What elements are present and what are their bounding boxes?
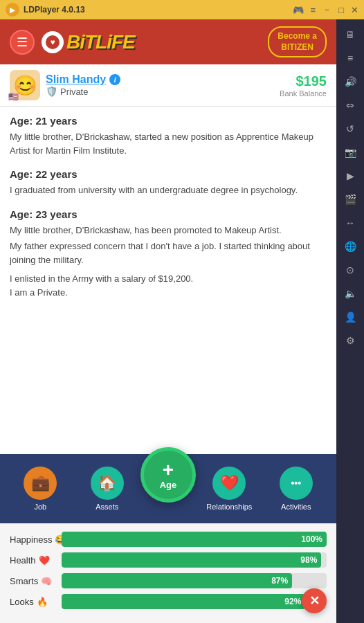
maximize-icon[interactable]: □ [338, 5, 344, 15]
right-sidebar: 🖥 ≡ 🔊 ⇔ ↺ 📷 ▶ 🎬 ↔ 🌐 ⊙ 🔈 👤 ⚙ [336, 19, 364, 623]
sidebar-icon-speaker[interactable]: 🔊 [340, 72, 360, 91]
age-label: Age [160, 480, 177, 490]
window-controls: 🎮 ≡ － □ ✕ [293, 3, 358, 16]
sidebar-icon-globe[interactable]: 🌐 [340, 237, 360, 256]
sidebar-icon-camera[interactable]: 📷 [340, 143, 360, 162]
sidebar-icon-user[interactable]: 👤 [340, 307, 360, 327]
job-icon-circle: 💼 [24, 467, 57, 500]
stat-looks: Looks 🔥 92% [10, 594, 327, 609]
story-text-2: I graduated from university with an unde… [10, 183, 327, 197]
sidebar-icon-arrows[interactable]: ↔ [340, 213, 360, 233]
gamepad-icon[interactable]: 🎮 [293, 5, 304, 15]
bitizen-line2: BITIZEN [277, 42, 317, 53]
profile-name-text: Slim Handy [46, 73, 106, 86]
story-text-3c: I enlisted in the Army with a salary of … [10, 272, 327, 286]
smarts-bar-fill: 87% [62, 573, 292, 588]
profile-bar: 😊 🇺🇸 Slim Handy i 🛡️ Private $195 Bank B… [0, 64, 336, 107]
story-age-2: Age: 22 years [10, 168, 327, 180]
story-text-3d: I am a Private. [10, 286, 327, 300]
assets-icon: 🏠 [98, 474, 116, 492]
activities-icon-circle: ••• [280, 467, 313, 500]
smarts-label: Smarts 🧠 [10, 576, 62, 586]
health-bar-fill: 98% [62, 552, 321, 568]
health-text: Health [10, 555, 36, 566]
story-text-3b: My father expressed concern that I don't… [10, 240, 327, 267]
nav-relationships[interactable]: ❤️ Relationships [196, 467, 263, 511]
happiness-bar-bg: 100% [62, 532, 327, 547]
story-text-3a: My little brother, D'Brickashaw, has bee… [10, 224, 327, 237]
bitizen-button[interactable]: Become a BITIZEN [268, 26, 327, 57]
story-age-3: Age: 23 years [10, 208, 327, 220]
profile-balance: $195 Bank Balance [280, 73, 327, 98]
happiness-label: Happiness 😂 [10, 534, 62, 545]
story-age-1: Age: 21 years [10, 115, 327, 127]
sidebar-icon-expand[interactable]: ⇔ [340, 96, 360, 115]
story-entry-2: Age: 22 years I graduated from universit… [10, 168, 327, 197]
hamburger-icon: ☰ [17, 35, 28, 50]
profile-left: 😊 🇺🇸 Slim Handy i 🛡️ Private [10, 70, 120, 100]
rank-shield-icon: 🛡️ [46, 86, 57, 97]
relationships-label: Relationships [206, 503, 252, 511]
nav-assets[interactable]: 🏠 Assets [74, 467, 141, 511]
age-button[interactable]: + Age [140, 447, 196, 503]
smarts-emoji: 🧠 [41, 576, 52, 586]
health-percent: 98% [300, 555, 317, 565]
stats-area: Happiness 😂 100% Health ❤️ 98% Smar [0, 523, 336, 623]
sidebar-icon-video[interactable]: 🎬 [340, 190, 360, 209]
info-icon[interactable]: i [109, 74, 120, 85]
rank-label: Private [60, 87, 88, 97]
hamburger-button[interactable]: ☰ [10, 30, 35, 55]
happiness-percent: 100% [301, 534, 322, 544]
sidebar-icon-gear[interactable]: ⚙ [340, 331, 360, 350]
ldplayer-logo: ▶ [6, 3, 19, 17]
profile-name[interactable]: Slim Handy i [46, 73, 120, 86]
avatar: 😊 🇺🇸 [10, 70, 40, 100]
age-plus-icon: + [163, 460, 174, 480]
happiness-bar-fill: 100% [62, 532, 327, 547]
sidebar-icon-circle[interactable]: ⊙ [340, 260, 360, 280]
balance-amount: $195 [280, 73, 327, 89]
relationships-icon-circle: ❤️ [212, 467, 246, 500]
app-title: LDPlayer 4.0.13 [24, 5, 85, 15]
looks-bar-bg: 92% [62, 594, 327, 609]
menu-icon[interactable]: ≡ [311, 5, 316, 15]
relationships-icon: ❤️ [220, 474, 239, 492]
balance-label: Bank Balance [280, 89, 327, 98]
job-icon: 💼 [31, 474, 50, 492]
stat-smarts: Smarts 🧠 87% [10, 573, 327, 588]
looks-label: Looks 🔥 [10, 597, 62, 607]
flag-badge: 🇺🇸 [8, 92, 19, 102]
smarts-percent: 87% [271, 576, 288, 586]
activities-label: Activities [281, 503, 311, 511]
sidebar-icon-1[interactable]: 🖥 [340, 25, 360, 44]
sidebar-icon-sound[interactable]: 🔈 [340, 284, 360, 303]
story-entry-1: Age: 21 years My little brother, D'Brick… [10, 115, 327, 157]
looks-text: Looks [10, 597, 34, 607]
health-label: Health ❤️ [10, 555, 62, 566]
bitizen-line1: Become a [277, 31, 317, 42]
health-bar-bg: 98% [62, 552, 327, 568]
sidebar-icon-2[interactable]: ≡ [340, 48, 360, 68]
header: ☰ ♥ BiTLiFE Become a BITIZEN [0, 19, 336, 64]
profile-rank: 🛡️ Private [46, 86, 120, 97]
story-text-1: My little brother, D'Brickashaw, started… [10, 130, 327, 157]
health-emoji: ❤️ [39, 555, 50, 566]
game-logo: ♥ BiTLiFE [42, 31, 135, 53]
red-x-button[interactable]: ✕ [302, 588, 327, 613]
nav-job[interactable]: 💼 Job [7, 467, 74, 511]
nav-activities[interactable]: ••• Activities [263, 467, 330, 511]
header-left: ☰ ♥ BiTLiFE [10, 30, 135, 55]
looks-emoji: 🔥 [37, 597, 48, 607]
logo-text: BiTLiFE [66, 31, 135, 53]
sidebar-icon-play[interactable]: ▶ [340, 166, 360, 186]
story-entry-3: Age: 23 years My little brother, D'Brick… [10, 208, 327, 300]
stat-happiness: Happiness 😂 100% [10, 532, 327, 547]
assets-label: Assets [95, 503, 118, 511]
smarts-text: Smarts [10, 576, 38, 586]
x-icon: ✕ [309, 593, 320, 608]
minimize-icon[interactable]: － [322, 3, 331, 16]
main-area: ☰ ♥ BiTLiFE Become a BITIZEN 😊 🇺🇸 [0, 19, 336, 623]
job-label: Job [34, 503, 46, 511]
sidebar-icon-refresh[interactable]: ↺ [340, 119, 360, 138]
close-icon[interactable]: ✕ [351, 5, 358, 15]
